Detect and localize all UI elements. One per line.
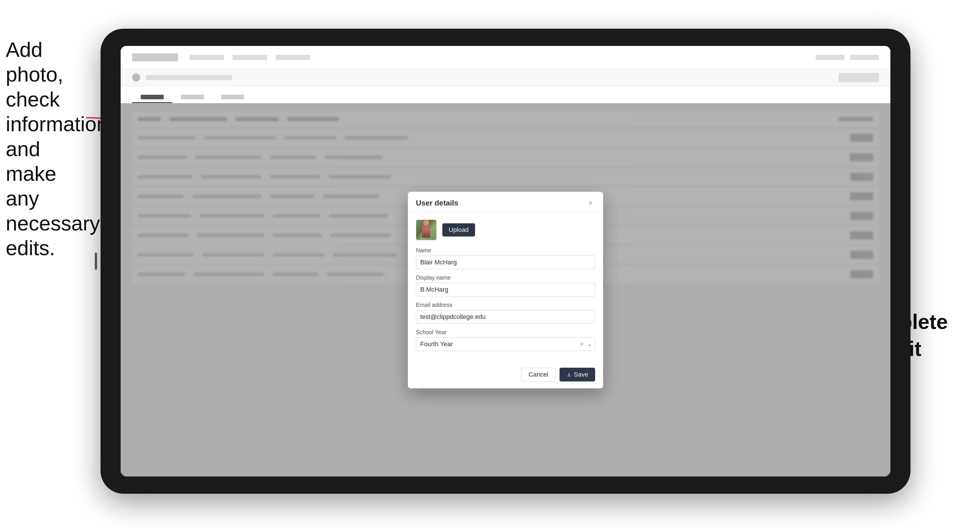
tab-label-1 (141, 95, 164, 99)
tablet-side-button (95, 252, 97, 270)
photo-image (416, 220, 436, 240)
sub-header (121, 69, 890, 86)
save-button[interactable]: Save (560, 368, 595, 381)
user-details-modal: User details × (408, 192, 603, 388)
school-year-input[interactable] (416, 337, 595, 351)
school-year-chevron-icon: ⌄ (587, 341, 592, 347)
nav-item-1 (189, 55, 224, 60)
name-label: Name (416, 247, 595, 254)
upload-button[interactable]: Upload (442, 223, 475, 237)
photo-thumbnail (416, 220, 437, 240)
nav-item-3 (276, 55, 310, 60)
sub-header-text (146, 75, 232, 80)
cancel-button[interactable]: Cancel (521, 368, 555, 381)
content-area: User details × (121, 103, 890, 476)
display-name-input[interactable] (416, 283, 595, 297)
tab-label-2 (181, 95, 204, 99)
display-name-field-group: Display name (416, 275, 595, 297)
save-icon (566, 372, 571, 377)
modal-backdrop: User details × (121, 103, 890, 476)
modal-body: Upload Name Display name (408, 213, 603, 363)
nav-right-item-2 (850, 55, 879, 60)
school-year-label: School Year (416, 329, 595, 335)
school-year-field-group: School Year × ⌄ (416, 329, 595, 351)
modal-footer: Cancel Save (408, 363, 603, 388)
tablet-frame: User details × (100, 29, 910, 494)
modal-header: User details × (408, 192, 603, 213)
email-input[interactable] (416, 310, 595, 324)
sub-header-action (839, 73, 879, 82)
app-nav (189, 55, 310, 60)
modal-close-button[interactable]: × (586, 198, 595, 208)
tablet-screen: User details × (121, 46, 890, 476)
sub-header-icon (132, 73, 140, 81)
name-field-group: Name (416, 247, 595, 269)
school-year-clear-icon[interactable]: × (580, 340, 584, 348)
modal-title: User details (416, 198, 458, 208)
app-nav-right (816, 55, 879, 60)
school-year-select-wrapper: × ⌄ (416, 337, 595, 351)
nav-item-2 (233, 55, 267, 60)
app-logo (132, 53, 178, 62)
photo-section: Upload (416, 220, 595, 240)
tab-label-3 (221, 95, 244, 99)
tab-bar (121, 86, 890, 103)
nav-right-item-1 (816, 55, 845, 60)
display-name-label: Display name (416, 275, 595, 281)
annotation-left: Add photo, check information and make an… (6, 37, 86, 260)
tab-item-2[interactable] (172, 92, 213, 103)
name-input[interactable] (416, 256, 595, 269)
app-header (121, 46, 890, 69)
tab-item-1[interactable] (132, 92, 172, 103)
photo-person-head (423, 220, 429, 225)
email-field-group: Email address (416, 302, 595, 324)
email-label: Email address (416, 302, 595, 308)
tab-item-3[interactable] (213, 92, 253, 103)
photo-person-body (422, 225, 430, 238)
save-button-label: Save (574, 371, 588, 378)
